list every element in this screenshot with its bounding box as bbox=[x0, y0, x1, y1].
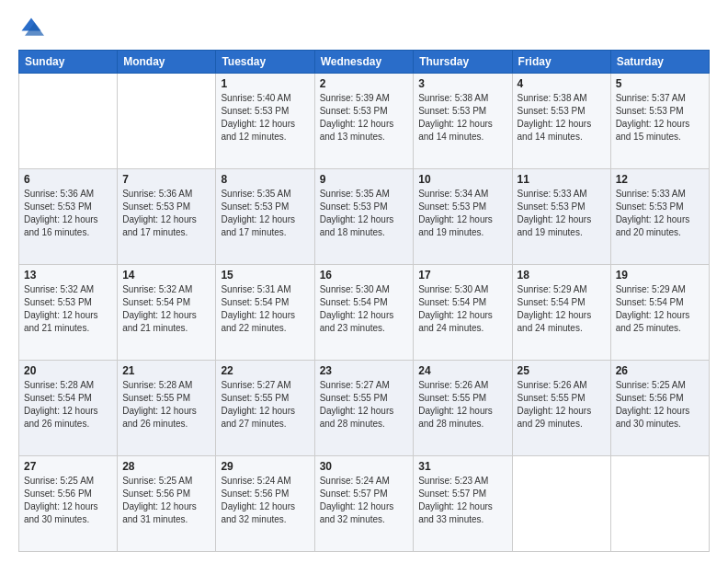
day-cell: 5Sunrise: 5:37 AM Sunset: 5:53 PM Daylig… bbox=[610, 74, 709, 169]
day-cell: 22Sunrise: 5:27 AM Sunset: 5:55 PM Dayli… bbox=[216, 361, 314, 456]
day-number: 20 bbox=[24, 364, 112, 377]
day-info: Sunrise: 5:28 AM Sunset: 5:54 PM Dayligh… bbox=[24, 379, 112, 431]
day-info: Sunrise: 5:39 AM Sunset: 5:53 PM Dayligh… bbox=[320, 92, 409, 144]
day-number: 13 bbox=[24, 269, 112, 282]
col-saturday: Saturday bbox=[610, 51, 709, 74]
day-info: Sunrise: 5:24 AM Sunset: 5:57 PM Dayligh… bbox=[320, 475, 409, 526]
calendar-body: 1Sunrise: 5:40 AM Sunset: 5:53 PM Daylig… bbox=[19, 74, 710, 552]
day-cell: 16Sunrise: 5:30 AM Sunset: 5:54 PM Dayli… bbox=[314, 265, 414, 361]
day-info: Sunrise: 5:32 AM Sunset: 5:54 PM Dayligh… bbox=[122, 283, 210, 335]
logo bbox=[18, 15, 48, 40]
day-info: Sunrise: 5:26 AM Sunset: 5:55 PM Dayligh… bbox=[518, 379, 606, 431]
day-number: 30 bbox=[320, 460, 409, 473]
day-number: 5 bbox=[616, 77, 704, 90]
col-sunday: Sunday bbox=[19, 51, 118, 74]
day-info: Sunrise: 5:26 AM Sunset: 5:55 PM Dayligh… bbox=[418, 379, 506, 431]
day-info: Sunrise: 5:31 AM Sunset: 5:54 PM Dayligh… bbox=[221, 283, 309, 335]
day-number: 12 bbox=[616, 173, 704, 186]
calendar: Sunday Monday Tuesday Wednesday Thursday… bbox=[18, 50, 710, 552]
day-info: Sunrise: 5:32 AM Sunset: 5:53 PM Dayligh… bbox=[24, 283, 112, 335]
day-number: 23 bbox=[320, 364, 409, 377]
day-cell: 24Sunrise: 5:26 AM Sunset: 5:55 PM Dayli… bbox=[414, 361, 512, 456]
day-info: Sunrise: 5:40 AM Sunset: 5:53 PM Dayligh… bbox=[221, 92, 309, 144]
day-cell: 30Sunrise: 5:24 AM Sunset: 5:57 PM Dayli… bbox=[314, 456, 414, 552]
col-friday: Friday bbox=[512, 51, 610, 74]
day-number: 27 bbox=[24, 460, 112, 473]
col-monday: Monday bbox=[118, 51, 216, 74]
day-number: 10 bbox=[418, 173, 506, 186]
day-cell bbox=[118, 74, 216, 169]
day-cell: 13Sunrise: 5:32 AM Sunset: 5:53 PM Dayli… bbox=[19, 265, 118, 361]
logo-icon bbox=[18, 15, 44, 40]
day-cell: 9Sunrise: 5:35 AM Sunset: 5:53 PM Daylig… bbox=[314, 169, 414, 265]
day-info: Sunrise: 5:28 AM Sunset: 5:55 PM Dayligh… bbox=[122, 379, 210, 431]
week-row-1: 6Sunrise: 5:36 AM Sunset: 5:53 PM Daylig… bbox=[19, 169, 710, 265]
day-cell bbox=[19, 74, 118, 169]
page: Sunday Monday Tuesday Wednesday Thursday… bbox=[0, 0, 728, 563]
day-number: 1 bbox=[221, 77, 309, 90]
day-cell: 31Sunrise: 5:23 AM Sunset: 5:57 PM Dayli… bbox=[414, 456, 512, 552]
day-number: 21 bbox=[122, 364, 210, 377]
day-info: Sunrise: 5:29 AM Sunset: 5:54 PM Dayligh… bbox=[616, 283, 704, 335]
day-info: Sunrise: 5:33 AM Sunset: 5:53 PM Dayligh… bbox=[518, 188, 606, 239]
day-cell: 3Sunrise: 5:38 AM Sunset: 5:53 PM Daylig… bbox=[414, 74, 512, 169]
day-info: Sunrise: 5:35 AM Sunset: 5:53 PM Dayligh… bbox=[221, 188, 309, 239]
day-info: Sunrise: 5:29 AM Sunset: 5:54 PM Dayligh… bbox=[518, 283, 606, 335]
day-info: Sunrise: 5:23 AM Sunset: 5:57 PM Dayligh… bbox=[418, 475, 506, 526]
day-cell: 27Sunrise: 5:25 AM Sunset: 5:56 PM Dayli… bbox=[19, 456, 118, 552]
week-row-2: 13Sunrise: 5:32 AM Sunset: 5:53 PM Dayli… bbox=[19, 265, 710, 361]
day-number: 19 bbox=[616, 269, 704, 282]
day-cell: 1Sunrise: 5:40 AM Sunset: 5:53 PM Daylig… bbox=[216, 74, 314, 169]
week-row-3: 20Sunrise: 5:28 AM Sunset: 5:54 PM Dayli… bbox=[19, 361, 710, 456]
day-info: Sunrise: 5:36 AM Sunset: 5:53 PM Dayligh… bbox=[24, 188, 112, 239]
day-info: Sunrise: 5:27 AM Sunset: 5:55 PM Dayligh… bbox=[320, 379, 409, 431]
day-number: 17 bbox=[418, 269, 506, 282]
day-info: Sunrise: 5:30 AM Sunset: 5:54 PM Dayligh… bbox=[418, 283, 506, 335]
day-info: Sunrise: 5:25 AM Sunset: 5:56 PM Dayligh… bbox=[122, 475, 210, 526]
day-cell: 19Sunrise: 5:29 AM Sunset: 5:54 PM Dayli… bbox=[610, 265, 709, 361]
day-info: Sunrise: 5:33 AM Sunset: 5:53 PM Dayligh… bbox=[616, 188, 704, 239]
day-info: Sunrise: 5:38 AM Sunset: 5:53 PM Dayligh… bbox=[518, 92, 606, 144]
day-cell: 23Sunrise: 5:27 AM Sunset: 5:55 PM Dayli… bbox=[314, 361, 414, 456]
day-cell: 20Sunrise: 5:28 AM Sunset: 5:54 PM Dayli… bbox=[19, 361, 118, 456]
day-number: 14 bbox=[122, 269, 210, 282]
day-info: Sunrise: 5:24 AM Sunset: 5:56 PM Dayligh… bbox=[221, 475, 309, 526]
day-number: 22 bbox=[221, 364, 309, 377]
day-info: Sunrise: 5:25 AM Sunset: 5:56 PM Dayligh… bbox=[24, 475, 112, 526]
day-info: Sunrise: 5:36 AM Sunset: 5:53 PM Dayligh… bbox=[122, 188, 210, 239]
week-row-0: 1Sunrise: 5:40 AM Sunset: 5:53 PM Daylig… bbox=[19, 74, 710, 169]
day-info: Sunrise: 5:30 AM Sunset: 5:54 PM Dayligh… bbox=[320, 283, 409, 335]
day-info: Sunrise: 5:38 AM Sunset: 5:53 PM Dayligh… bbox=[418, 92, 506, 144]
day-cell: 4Sunrise: 5:38 AM Sunset: 5:53 PM Daylig… bbox=[512, 74, 610, 169]
col-thursday: Thursday bbox=[414, 51, 512, 74]
day-info: Sunrise: 5:35 AM Sunset: 5:53 PM Dayligh… bbox=[320, 188, 409, 239]
day-cell: 8Sunrise: 5:35 AM Sunset: 5:53 PM Daylig… bbox=[216, 169, 314, 265]
day-number: 15 bbox=[221, 269, 309, 282]
day-number: 29 bbox=[221, 460, 309, 473]
day-info: Sunrise: 5:37 AM Sunset: 5:53 PM Dayligh… bbox=[616, 92, 704, 144]
day-number: 3 bbox=[418, 77, 506, 90]
day-number: 2 bbox=[320, 77, 409, 90]
day-number: 11 bbox=[518, 173, 606, 186]
col-wednesday: Wednesday bbox=[314, 51, 414, 74]
day-number: 24 bbox=[418, 364, 506, 377]
day-cell: 18Sunrise: 5:29 AM Sunset: 5:54 PM Dayli… bbox=[512, 265, 610, 361]
day-cell: 26Sunrise: 5:25 AM Sunset: 5:56 PM Dayli… bbox=[610, 361, 709, 456]
day-info: Sunrise: 5:25 AM Sunset: 5:56 PM Dayligh… bbox=[616, 379, 704, 431]
header-row: Sunday Monday Tuesday Wednesday Thursday… bbox=[19, 51, 710, 74]
day-number: 18 bbox=[518, 269, 606, 282]
day-cell: 15Sunrise: 5:31 AM Sunset: 5:54 PM Dayli… bbox=[216, 265, 314, 361]
day-cell: 28Sunrise: 5:25 AM Sunset: 5:56 PM Dayli… bbox=[118, 456, 216, 552]
day-number: 25 bbox=[518, 364, 606, 377]
day-number: 7 bbox=[122, 173, 210, 186]
day-cell: 29Sunrise: 5:24 AM Sunset: 5:56 PM Dayli… bbox=[216, 456, 314, 552]
day-cell: 2Sunrise: 5:39 AM Sunset: 5:53 PM Daylig… bbox=[314, 74, 414, 169]
day-number: 31 bbox=[418, 460, 506, 473]
day-cell: 12Sunrise: 5:33 AM Sunset: 5:53 PM Dayli… bbox=[610, 169, 709, 265]
day-cell bbox=[512, 456, 610, 552]
day-cell: 14Sunrise: 5:32 AM Sunset: 5:54 PM Dayli… bbox=[118, 265, 216, 361]
day-cell: 21Sunrise: 5:28 AM Sunset: 5:55 PM Dayli… bbox=[118, 361, 216, 456]
day-cell: 11Sunrise: 5:33 AM Sunset: 5:53 PM Dayli… bbox=[512, 169, 610, 265]
day-number: 26 bbox=[616, 364, 704, 377]
day-info: Sunrise: 5:34 AM Sunset: 5:53 PM Dayligh… bbox=[418, 188, 506, 239]
